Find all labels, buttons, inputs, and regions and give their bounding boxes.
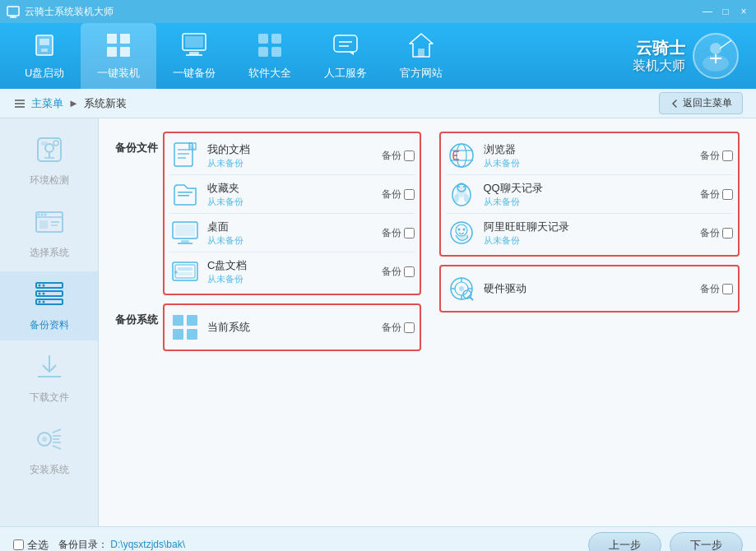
- favorites-icon: [169, 180, 201, 208]
- breadcrumb-current: 系统新装: [84, 96, 127, 111]
- breadcrumb-home[interactable]: 主菜单: [31, 96, 63, 111]
- nav-item-onekey-backup[interactable]: 一键备份: [156, 23, 232, 89]
- browser-check: 备份: [700, 149, 733, 163]
- browser-checkbox[interactable]: [722, 150, 733, 161]
- nav-item-website[interactable]: 官方网站: [383, 23, 459, 89]
- sidebar: 环境检测 选择系统: [0, 118, 99, 526]
- svg-rect-14: [258, 34, 268, 44]
- nav-item-service[interactable]: 人工服务: [308, 23, 383, 89]
- close-btn[interactable]: ×: [738, 6, 749, 17]
- svg-rect-16: [258, 47, 268, 57]
- nav-label-software: 软件大全: [248, 66, 291, 81]
- aliwangwang-checkbox[interactable]: [722, 228, 733, 238]
- my-docs-name: 我的文档: [207, 142, 375, 157]
- svg-rect-6: [107, 34, 117, 44]
- onekey-backup-icon: [181, 32, 207, 63]
- svg-rect-41: [39, 220, 48, 229]
- minimize-btn[interactable]: —: [702, 6, 713, 17]
- select-all-checkbox[interactable]: [13, 539, 24, 550]
- svg-rect-15: [271, 34, 281, 44]
- install-system-icon: [35, 424, 64, 460]
- sidebar-item-env-check[interactable]: 环境检测: [0, 127, 98, 196]
- svg-rect-74: [175, 225, 195, 236]
- maximize-btn[interactable]: □: [720, 6, 731, 17]
- favorites-status: 从未备份: [207, 196, 375, 208]
- qq-chat-status: 从未备份: [484, 196, 694, 208]
- nav-label-usb: U盘启动: [25, 66, 64, 81]
- titlebar: 云骑士系统装机大师 — □ ×: [0, 0, 756, 23]
- svg-point-103: [459, 286, 464, 291]
- svg-rect-5: [41, 49, 48, 52]
- svg-line-60: [53, 429, 61, 433]
- sidebar-item-download-file[interactable]: 下载文件: [0, 344, 98, 413]
- favorites-checkbox[interactable]: [404, 189, 415, 200]
- menu-icon: [13, 97, 26, 110]
- svg-point-59: [42, 437, 47, 442]
- favorites-name: 收藏夹: [207, 181, 375, 196]
- sidebar-label-download-file: 下载文件: [30, 391, 69, 405]
- svg-rect-72: [178, 195, 189, 197]
- desktop-icon: [169, 219, 201, 247]
- svg-rect-75: [181, 240, 189, 243]
- list-item: 桌面 从未备份 备份: [169, 214, 415, 252]
- desktop-check: 备份: [382, 226, 415, 240]
- sidebar-label-install-system: 安装系统: [30, 463, 69, 477]
- svg-rect-71: [178, 192, 192, 193]
- navbar: U盘启动 一键装机 一键备份: [0, 23, 756, 89]
- current-system-checkbox[interactable]: [404, 322, 415, 333]
- desktop-checkbox[interactable]: [404, 228, 415, 238]
- svg-line-109: [470, 297, 473, 300]
- backup-apps-section: 浏览器 从未备份 备份: [439, 132, 740, 257]
- aliwangwang-icon: [446, 219, 477, 247]
- svg-point-26: [710, 43, 721, 54]
- svg-rect-8: [107, 47, 117, 57]
- svg-rect-37: [41, 141, 48, 146]
- service-icon: [332, 32, 359, 63]
- breadcrumb-bar: 主菜单 ► 系统新装 返回主菜单: [0, 89, 756, 118]
- hardware-driver-checkbox[interactable]: [722, 284, 733, 294]
- usb-icon: [31, 32, 58, 63]
- nav-item-usb[interactable]: U盘启动: [8, 23, 81, 89]
- backup-files-section: 我的文档 从未备份 备份: [163, 132, 421, 295]
- backup-dir-path[interactable]: D:\yqsxtzjds\bak\: [110, 539, 185, 550]
- current-system-icon: [169, 313, 201, 341]
- next-button[interactable]: 下一步 ▼: [670, 532, 743, 552]
- back-icon: [670, 99, 679, 109]
- svg-point-96: [463, 186, 465, 188]
- back-button[interactable]: 返回主菜单: [659, 92, 743, 114]
- svg-rect-9: [120, 47, 130, 57]
- svg-rect-18: [334, 35, 357, 52]
- svg-point-93: [454, 194, 459, 202]
- svg-point-87: [457, 144, 466, 167]
- nav-label-onekey-install: 一键装机: [97, 66, 140, 81]
- sidebar-label-backup-data: 备份资料: [30, 318, 69, 332]
- current-system-name: 当前系统: [207, 320, 375, 335]
- svg-point-99: [457, 229, 460, 231]
- nav-item-onekey-install[interactable]: 一键装机: [81, 23, 156, 89]
- browser-name: 浏览器: [484, 142, 694, 157]
- sidebar-item-backup-data[interactable]: 备份资料: [0, 271, 98, 340]
- select-all-check: 全选: [13, 538, 49, 552]
- bottom-bar: 全选 备份目录： D:\yqsxtzjds\bak\ 上一步 下一步 ▼: [0, 526, 756, 551]
- my-docs-checkbox[interactable]: [404, 150, 415, 161]
- svg-rect-17: [271, 47, 281, 57]
- c-docs-name: C盘文档: [207, 258, 375, 273]
- sidebar-item-install-system[interactable]: 安装系统: [0, 416, 98, 485]
- nav-item-software[interactable]: 软件大全: [232, 23, 308, 89]
- main-layout: 环境检测 选择系统: [0, 118, 756, 526]
- sidebar-item-select-system[interactable]: 选择系统: [0, 199, 98, 268]
- aliwangwang-name: 阿里旺旺聊天记录: [484, 220, 694, 234]
- aliwangwang-check: 备份: [700, 226, 733, 240]
- env-check-icon: [35, 135, 64, 170]
- qq-chat-check: 备份: [700, 188, 733, 201]
- breadcrumb-separator: ►: [68, 97, 79, 109]
- c-docs-checkbox[interactable]: [404, 266, 415, 277]
- qq-chat-checkbox[interactable]: [722, 189, 733, 200]
- prev-button[interactable]: 上一步: [588, 532, 661, 552]
- my-docs-icon: [169, 141, 201, 169]
- aliwangwang-status: 从未备份: [484, 234, 694, 247]
- svg-rect-0: [7, 7, 19, 16]
- svg-rect-4: [39, 39, 49, 45]
- nav-label-website: 官方网站: [400, 66, 443, 81]
- sidebar-label-select-system: 选择系统: [30, 246, 69, 260]
